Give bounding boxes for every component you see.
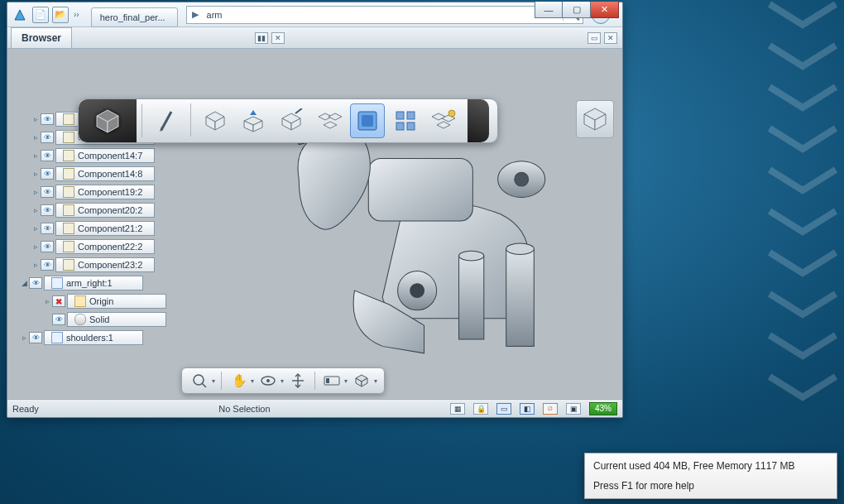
grid-tool-button[interactable]: [388, 103, 423, 138]
expander-icon[interactable]: ▹: [31, 188, 41, 196]
status-interference-icon[interactable]: ⧄: [543, 403, 558, 415]
expander-icon[interactable]: ▹: [42, 297, 52, 305]
tree-node-label[interactable]: arm_right:1: [44, 276, 143, 290]
tree-row[interactable]: ▹👁Component19:2: [9, 183, 221, 201]
svg-point-2: [515, 172, 529, 186]
press-pull-tool-button[interactable]: [236, 103, 271, 138]
orbit-icon[interactable]: [257, 371, 279, 391]
primitive-tool-button[interactable]: [198, 103, 233, 138]
tree-node-label[interactable]: Solid: [67, 312, 166, 327]
tree-node-label[interactable]: Component20:2: [55, 203, 155, 218]
tree-node-label[interactable]: Component23:2: [55, 257, 155, 272]
visibility-icon[interactable]: 👁: [29, 332, 42, 343]
visibility-icon[interactable]: 👁: [41, 204, 54, 216]
status-grid-icon[interactable]: ▦: [450, 403, 465, 415]
viewport-restore-icon[interactable]: ▭: [587, 32, 601, 44]
tree-row[interactable]: ▹👁Component21:2: [9, 219, 221, 238]
tree-node-label[interactable]: Component14:8: [55, 166, 155, 181]
cube-icon: [63, 168, 74, 180]
panel-close-icon[interactable]: ✕: [271, 32, 285, 44]
tree-node-text: Origin: [89, 296, 113, 306]
svg-marker-0: [15, 10, 25, 20]
location-bar[interactable]: ▶ arm 🔍: [186, 6, 583, 24]
new-file-icon[interactable]: 📄: [32, 7, 49, 23]
panel-layout-icon[interactable]: ▮▮: [255, 32, 268, 44]
display-mode-icon[interactable]: [351, 371, 372, 391]
tooltip-line1: Current used 404 MB, Free Memory 1117 MB: [593, 460, 828, 472]
pattern-tool-button[interactable]: [312, 103, 347, 138]
appearance-tool-button[interactable]: [350, 103, 385, 138]
tree-node-label[interactable]: Component21:2: [55, 221, 155, 236]
visibility-icon[interactable]: 👁: [41, 223, 54, 234]
visibility-icon[interactable]: 👁: [41, 168, 54, 180]
tree-node-label[interactable]: shoulders:1: [44, 330, 143, 345]
svg-marker-21: [250, 110, 257, 115]
expander-icon[interactable]: ▹: [19, 334, 29, 342]
tree-node-label[interactable]: Component22:2: [55, 239, 155, 254]
status-lock-icon[interactable]: 🔒: [473, 403, 488, 415]
tree-node-text: Component22:2: [78, 242, 142, 252]
tree-node-label[interactable]: Component19:2: [55, 185, 155, 199]
maximize-button[interactable]: ▢: [563, 2, 591, 18]
tree-row[interactable]: ▹👁Component23:2: [9, 256, 221, 274]
assy-icon: [51, 277, 63, 289]
visibility-icon[interactable]: 👁: [29, 277, 42, 289]
expander-icon[interactable]: ▹: [31, 151, 41, 160]
tree-row[interactable]: 👁Solid: [9, 310, 221, 329]
expander-icon[interactable]: ▹: [31, 170, 41, 178]
status-bar: Ready No Selection ▦ 🔒 ▭ ◧ ⧄ ▣ 43%: [7, 399, 622, 417]
tree-row[interactable]: ▹👁Component14:7: [9, 146, 221, 165]
visibility-icon[interactable]: 👁: [41, 113, 54, 125]
cube-icon: [63, 259, 74, 271]
status-display-icon[interactable]: ▭: [496, 403, 511, 415]
open-file-icon[interactable]: 📂: [52, 7, 69, 23]
tree-row[interactable]: ▹👁shoulders:1: [9, 329, 221, 347]
memory-badge[interactable]: 43%: [589, 402, 617, 415]
minimize-button[interactable]: —: [535, 2, 563, 18]
document-tab[interactable]: hero_final_per...: [91, 7, 178, 27]
status-book-icon[interactable]: ▣: [566, 403, 581, 415]
expander-icon[interactable]: ◢: [19, 279, 29, 287]
tree-row[interactable]: ▹👁Component20:2: [9, 201, 221, 219]
qat-overflow-icon[interactable]: ››: [72, 10, 81, 19]
viewport-close-icon[interactable]: ✕: [604, 32, 617, 44]
tree-row[interactable]: ▹👁Component22:2: [9, 238, 221, 256]
expander-icon[interactable]: ▹: [31, 242, 41, 251]
expander-icon[interactable]: ▹: [31, 133, 41, 142]
visibility-icon[interactable]: 👁: [41, 241, 54, 252]
pan-icon[interactable]: ✋: [228, 371, 249, 391]
svg-text:✋: ✋: [232, 373, 246, 388]
marking-menu: [78, 98, 498, 143]
expander-icon[interactable]: ▹: [31, 224, 41, 233]
marking-menu-logo-icon: [79, 99, 137, 142]
rewind-icon[interactable]: [321, 371, 343, 391]
visibility-icon[interactable]: 👁: [41, 132, 54, 143]
close-button[interactable]: ✕: [591, 2, 619, 18]
visibility-icon[interactable]: 👁: [52, 314, 65, 325]
expander-icon[interactable]: ▹: [31, 206, 41, 214]
visibility-icon[interactable]: 👁: [41, 259, 54, 271]
expander-icon[interactable]: ▹: [31, 261, 41, 269]
tree-row[interactable]: ▹✖Origin: [9, 292, 221, 310]
visibility-icon[interactable]: ✖: [52, 295, 65, 307]
tree-node-text: Component14:8: [78, 169, 142, 179]
titlebar: 📄 📂 ›› hero_final_per... ▶ arm 🔍 ? ▾ — ▢…: [7, 2, 622, 27]
sketch-tool-button[interactable]: [149, 103, 184, 138]
tree-row[interactable]: ▹👁Component14:8: [9, 165, 221, 183]
combine-tool-button[interactable]: [426, 103, 461, 138]
look-icon[interactable]: [287, 371, 309, 391]
status-render-icon[interactable]: ◧: [520, 403, 535, 415]
zoom-region-icon[interactable]: [189, 371, 210, 391]
visibility-icon[interactable]: 👁: [41, 186, 54, 198]
modify-tool-button[interactable]: [274, 103, 309, 138]
viewcube[interactable]: [576, 100, 614, 138]
navigation-bar: ▾ ✋▾ ▾ ▾ ▾: [181, 367, 385, 394]
tree-node-label[interactable]: Origin: [67, 294, 166, 309]
tree-node-label[interactable]: Component14:7: [55, 148, 155, 163]
svg-point-38: [448, 110, 455, 117]
svg-marker-28: [324, 122, 337, 128]
tree-row[interactable]: ◢👁arm_right:1: [9, 274, 221, 292]
expander-icon[interactable]: ▹: [31, 115, 41, 123]
visibility-icon[interactable]: 👁: [41, 150, 54, 161]
browser-title[interactable]: Browser: [11, 27, 72, 48]
